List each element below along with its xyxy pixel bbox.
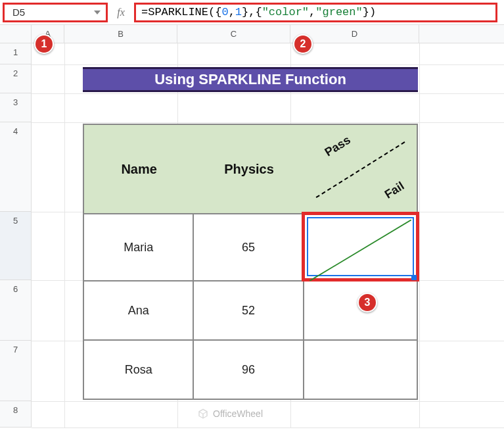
- formula-open-brace2: {: [255, 6, 262, 18]
- cell-physics[interactable]: 52: [194, 281, 304, 339]
- svg-line-0: [309, 220, 411, 281]
- formula-str-color: "color": [262, 6, 309, 18]
- formula-n0: 0: [221, 6, 228, 18]
- cell-name[interactable]: Rosa: [84, 341, 194, 399]
- row-header-4[interactable]: 4: [0, 122, 31, 212]
- row-header-6[interactable]: 6: [0, 280, 31, 341]
- cell-name[interactable]: Ana: [84, 281, 194, 339]
- row-header-1[interactable]: 1: [0, 43, 31, 64]
- select-all-corner[interactable]: [0, 25, 32, 43]
- formula-comma1: ,: [229, 6, 235, 18]
- cell-physics[interactable]: 96: [194, 341, 304, 399]
- cell-grid[interactable]: Using SPARKLINE Function Name Physics Pa…: [32, 43, 504, 428]
- chevron-down-icon: [94, 11, 101, 14]
- th-name: Name: [84, 125, 194, 213]
- cell-name[interactable]: Maria: [84, 214, 194, 280]
- formula-close-brace2: }: [363, 6, 369, 18]
- th-pass-label: Pass: [322, 133, 353, 159]
- row-headers: 1 2 3 4 5 6 7 8: [0, 43, 32, 428]
- table-row: Maria 65: [84, 213, 417, 280]
- row-header-7[interactable]: 7: [0, 341, 31, 401]
- formula-eq: =: [141, 6, 148, 18]
- formula-open-brace1: {: [215, 6, 221, 18]
- selection-handle[interactable]: [411, 275, 417, 280]
- col-header-B[interactable]: B: [64, 25, 177, 43]
- callout-1: 1: [34, 34, 54, 54]
- row-header-5[interactable]: 5: [0, 212, 31, 280]
- cell-D6[interactable]: [304, 281, 417, 339]
- formula-bar[interactable]: = SPARKLINE ( { 0 , 1 } , { "color" , "g…: [134, 3, 497, 22]
- formula-comma2: ,: [248, 6, 255, 18]
- fx-icon: fx: [108, 7, 134, 18]
- watermark-text: OfficeWheel: [213, 408, 263, 419]
- cube-icon: [197, 408, 209, 420]
- table-header: Name Physics Pass Fail: [84, 125, 417, 213]
- cell-D7[interactable]: [304, 341, 417, 399]
- formula-fn: SPARKLINE: [148, 6, 208, 18]
- watermark: OfficeWheel: [197, 408, 263, 420]
- row-header-3[interactable]: 3: [0, 93, 31, 122]
- name-box[interactable]: D5: [3, 3, 108, 22]
- page-title: Using SPARKLINE Function: [83, 67, 418, 92]
- th-physics: Physics: [194, 125, 304, 213]
- sparkline-chart: [309, 220, 411, 281]
- cell-D5[interactable]: [304, 214, 417, 280]
- name-box-value: D5: [12, 7, 25, 18]
- th-passfail: Pass Fail: [304, 125, 417, 213]
- formula-comma3: ,: [309, 6, 315, 18]
- data-table: Name Physics Pass Fail Maria 65: [83, 124, 418, 400]
- formula-open-paren: (: [208, 6, 215, 18]
- formula-close-paren: ): [369, 6, 376, 18]
- col-header-C[interactable]: C: [177, 25, 290, 43]
- callout-2: 2: [293, 34, 313, 54]
- th-fail-label: Fail: [382, 179, 407, 201]
- column-headers: A B C D: [0, 25, 504, 43]
- cell-physics[interactable]: 65: [194, 214, 304, 280]
- callout-3: 3: [357, 293, 377, 312]
- table-row: Rosa 96: [84, 339, 417, 399]
- formula-close-brace1: }: [242, 6, 248, 18]
- formula-n1: 1: [235, 6, 242, 18]
- row-header-2[interactable]: 2: [0, 64, 31, 93]
- formula-str-green: "green": [315, 6, 362, 18]
- row-header-8[interactable]: 8: [0, 401, 31, 428]
